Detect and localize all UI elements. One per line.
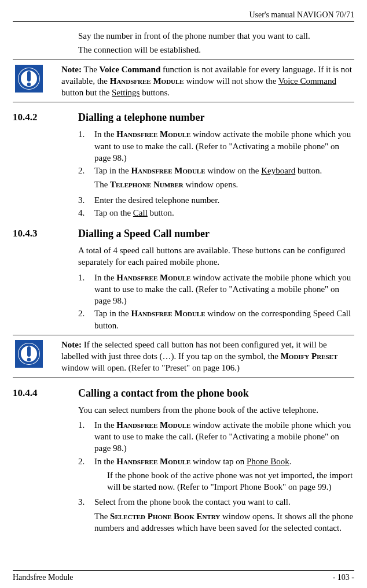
alert-icon bbox=[15, 340, 43, 368]
intro-line-1: Say the number in front of the phone num… bbox=[78, 30, 354, 42]
section-1044: 10.4.4 Calling a contact from the phone … bbox=[13, 387, 354, 400]
handsfree-module-label: Handsfree Module bbox=[131, 309, 205, 318]
call-button-ref: Call bbox=[133, 208, 148, 217]
section-title: Calling a contact from the phone book bbox=[78, 387, 249, 400]
list-item: 1. In the Handsfree Module window activa… bbox=[78, 419, 354, 454]
note-block-2: Note: If the selected speed call button … bbox=[13, 339, 354, 374]
handsfree-module-label: Handsfree Module bbox=[116, 273, 190, 282]
item-number: 4. bbox=[78, 207, 94, 219]
note-label: Note: bbox=[61, 65, 82, 74]
item-number: 2. bbox=[78, 165, 94, 193]
sub-note: If the phone book of the active phone wa… bbox=[107, 469, 354, 493]
telephone-number-label: Telephone Number bbox=[110, 180, 183, 189]
svg-rect-8 bbox=[27, 346, 31, 357]
svg-rect-3 bbox=[27, 71, 31, 82]
page-footer: Handsfree Module - 103 - bbox=[13, 570, 354, 582]
handsfree-module-label: Handsfree Module bbox=[116, 457, 190, 466]
selected-entry-label: Selected Phone Book Entry bbox=[110, 512, 220, 521]
list-item: 2. In the Handsfree Module window tap on… bbox=[78, 456, 354, 495]
page-header: User's manual NAVIGON 70/71 bbox=[13, 10, 354, 22]
keyboard-button-ref: Keyboard bbox=[261, 166, 295, 175]
page-number: - 103 - bbox=[333, 573, 354, 582]
item-number: 1. bbox=[78, 272, 94, 307]
section-intro: A total of 4 speed call buttons are avai… bbox=[78, 245, 354, 268]
svg-point-4 bbox=[27, 82, 31, 86]
section-1042: 10.4.2 Dialling a telephone number bbox=[13, 112, 354, 124]
manual-title: User's manual NAVIGON 70/71 bbox=[249, 10, 354, 19]
list-item: 1. In the Handsfree Module window activa… bbox=[78, 128, 354, 164]
handsfree-module-label: Handsfree Module bbox=[116, 130, 190, 139]
list-item: 3. Enter the desired telephone number. bbox=[78, 194, 354, 206]
svg-point-9 bbox=[27, 358, 31, 361]
divider bbox=[13, 60, 354, 60]
item-number: 1. bbox=[78, 419, 94, 454]
alert-icon bbox=[15, 65, 43, 93]
note-text-2: Note: If the selected speed call button … bbox=[61, 339, 354, 374]
list-item: 2. Tap in the Handsfree Module window on… bbox=[78, 308, 354, 331]
footer-left: Handsfree Module bbox=[13, 573, 74, 582]
settings-button-ref: Settings bbox=[112, 88, 140, 97]
section-title: Dialling a Speed Call number bbox=[78, 228, 210, 240]
list-item: 1. In the Handsfree Module window activa… bbox=[78, 272, 354, 307]
divider bbox=[13, 102, 354, 102]
section-number: 10.4.2 bbox=[13, 112, 78, 124]
voice-command-bold: Voice Command bbox=[100, 65, 161, 74]
item-number: 3. bbox=[78, 194, 94, 206]
section-intro: You can select numbers from the phone bo… bbox=[78, 404, 354, 416]
handsfree-module-label: Handsfree Module bbox=[116, 420, 190, 430]
phone-book-ref: Phone Book bbox=[247, 457, 289, 466]
list-item: 2. Tap in the Handsfree Module window on… bbox=[78, 165, 354, 193]
divider bbox=[13, 335, 354, 335]
handsfree-module-label: Handsfree Module bbox=[110, 76, 184, 86]
item-number: 2. bbox=[78, 456, 94, 495]
voice-command-button-ref: Voice Command bbox=[278, 76, 336, 86]
section-number: 10.4.3 bbox=[13, 228, 78, 240]
note-block-1: Note: The Voice Command function is not … bbox=[13, 64, 354, 99]
section-number: 10.4.4 bbox=[13, 387, 78, 400]
divider bbox=[13, 378, 354, 378]
note-label: Note: bbox=[61, 340, 82, 349]
list-item: 4. Tap on the Call button. bbox=[78, 207, 354, 219]
item-number: 2. bbox=[78, 308, 94, 331]
section-1043: 10.4.3 Dialling a Speed Call number bbox=[13, 228, 354, 240]
item-number: 3. bbox=[78, 496, 94, 536]
list-item: 3. Select from the phone book the contac… bbox=[78, 496, 354, 536]
item-number: 1. bbox=[78, 128, 94, 164]
note-text-1: Note: The Voice Command function is not … bbox=[61, 64, 354, 99]
modify-preset-label: Modify Preset bbox=[281, 352, 338, 361]
section-title: Dialling a telephone number bbox=[78, 112, 205, 124]
handsfree-module-label: Handsfree Module bbox=[131, 166, 205, 175]
intro-line-2: The connection will be established. bbox=[78, 44, 354, 56]
